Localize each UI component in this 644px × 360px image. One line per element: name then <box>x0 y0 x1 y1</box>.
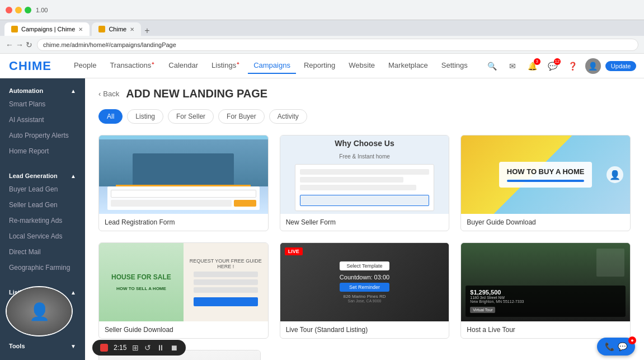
nav-people[interactable]: People <box>68 58 102 74</box>
seller-guide-how: HOW TO SELL A HOME <box>116 286 166 291</box>
sidebar-section-tools-header[interactable]: Tools ▼ <box>0 338 85 352</box>
new-tab-button[interactable]: + <box>144 26 149 36</box>
sidebar-item-auto-property[interactable]: Auto Property Alerts <box>0 128 85 143</box>
nav-campaigns[interactable]: Campaigns <box>248 58 296 74</box>
nav-icons: 🔍 ✉ 🔔3 💬12 ❓ 👤 Update <box>485 58 636 74</box>
sidebar-section-automation-header[interactable]: Automation ▲ <box>0 83 85 96</box>
sidebar-item-remarketing[interactable]: Re-marketing Ads <box>0 213 85 228</box>
page-title: ADD NEW LANDING PAGE <box>126 87 267 100</box>
sidebar-item-direct-mail[interactable]: Direct Mail <box>0 244 85 260</box>
close-dot[interactable] <box>6 7 12 13</box>
window-controls <box>6 7 31 13</box>
search-icon-btn[interactable]: 🔍 <box>485 58 500 74</box>
template-label-lead-reg: Lead Registration Form <box>99 214 268 231</box>
tab-campaigns[interactable]: Campaigns | Chime ✕ <box>4 22 90 36</box>
buyer-guide-title: HOW TO BUY A HOME <box>507 167 585 177</box>
pause-icon[interactable]: ⏸ <box>157 343 164 352</box>
messages-icon-btn[interactable]: ✉ <box>505 58 520 74</box>
live-badge: LIVE <box>285 247 303 255</box>
nav-website[interactable]: Website <box>343 58 380 74</box>
nav-listings[interactable]: Listings✦ <box>206 58 246 74</box>
notifications-badge: 3 <box>534 58 540 65</box>
sidebar-item-ai-assistant[interactable]: AI Assistant <box>0 112 85 128</box>
template-grid: Lead Registration Form Why Choose Us Fre… <box>98 135 631 339</box>
template-thumb-seller-guide: HOUSE FOR SALE HOW TO SELL A HOME REQUES… <box>99 243 268 321</box>
grid-icon[interactable]: ⊞ <box>132 343 139 352</box>
rewind-icon[interactable]: ↺ <box>144 343 151 352</box>
maximize-dot[interactable] <box>25 7 31 13</box>
app-container: Automation ▲ Smart Plans AI Assistant Au… <box>0 78 644 360</box>
chevron-up-icon: ▲ <box>70 88 76 94</box>
filter-activity[interactable]: Activity <box>269 109 307 124</box>
forward-nav-button[interactable]: → <box>16 40 23 49</box>
url-bar[interactable]: chime.me/admin/home#/campaigns/landingPa… <box>37 39 638 51</box>
sidebar-item-geo-farming[interactable]: Geographic Farming <box>0 260 85 275</box>
sidebar-item-buyer-lead-gen[interactable]: Buyer Lead Gen <box>0 181 85 197</box>
sidebar-section-tools: Tools ▼ <box>0 334 85 356</box>
template-card-host-live[interactable]: $1,295,500 1180 3rd Street NW New Bright… <box>460 242 631 339</box>
select-template-btn[interactable]: Select Template <box>340 261 389 270</box>
back-button[interactable]: ‹ Back <box>98 90 119 98</box>
sidebar-item-seller-lead-gen[interactable]: Seller Lead Gen <box>0 197 85 213</box>
bell-icon-btn[interactable]: 🔔3 <box>525 58 540 74</box>
reload-button[interactable]: ↻ <box>26 40 32 49</box>
host-city: New Brighton, MN 55112-7333 <box>470 300 621 303</box>
nav-transactions[interactable]: Transactions✦ <box>104 58 161 74</box>
template-thumb-lead-reg <box>99 135 268 214</box>
nav-marketplace[interactable]: Marketplace <box>383 58 434 74</box>
browser-chrome: 1.00 Campaigns | Chime ✕ Chime ✕ + ← → ↻… <box>0 0 644 54</box>
template-thumb-host-live: $1,295,500 1180 3rd Street NW New Bright… <box>461 243 630 321</box>
tab-close-icon-2[interactable]: ✕ <box>130 26 134 32</box>
filter-for-buyer[interactable]: For Buyer <box>218 109 265 124</box>
template-thumb-live-tour: LIVE Select Template Countdown: 03:00 Se… <box>280 243 449 321</box>
browser-toolbar: 1.00 <box>0 0 644 20</box>
nav-calendar[interactable]: Calendar <box>163 58 204 74</box>
minimize-dot[interactable] <box>15 7 22 13</box>
recording-toolbar: 2:15 ⊞ ↺ ⏸ ⏹ <box>92 340 186 356</box>
main-content: ‹ Back ADD NEW LANDING PAGE All Listing … <box>85 78 644 360</box>
template-card-new-seller[interactable]: Why Choose Us Free & Instant home New Se… <box>280 135 450 231</box>
update-button[interactable]: Update <box>605 61 636 71</box>
user-avatar[interactable]: 👤 <box>585 58 601 74</box>
chat-call-button[interactable]: 📞 💬 ● <box>597 338 635 356</box>
chat-notification-badge: ● <box>628 336 636 344</box>
template-card-seller-guide[interactable]: HOUSE FOR SALE HOW TO SELL A HOME REQUES… <box>98 242 269 339</box>
sidebar-item-smart-plans[interactable]: Smart Plans <box>0 96 85 112</box>
chat-badge: 12 <box>554 58 561 65</box>
seller-form-subtitle: Free & Instant home <box>339 153 390 160</box>
template-card-buyer-guide[interactable]: HOW TO BUY A HOME 👤 Buyer Guide Download <box>460 135 631 231</box>
sidebar-item-local-service[interactable]: Local Service Ads <box>0 228 85 244</box>
back-nav-button[interactable]: ← <box>6 40 13 49</box>
template-label-live-tour: Live Tour (Standard Listing) <box>280 321 449 338</box>
tab-favicon <box>11 26 18 32</box>
chevron-up-icon-2: ▲ <box>70 173 76 179</box>
nav-settings[interactable]: Settings <box>436 58 473 74</box>
stop-icon[interactable]: ⏹ <box>170 343 178 352</box>
template-card-live-tour[interactable]: LIVE Select Template Countdown: 03:00 Se… <box>280 242 450 339</box>
chat-icon-btn[interactable]: 💬12 <box>545 58 561 74</box>
sidebar-section-lead-gen-header[interactable]: Lead Generation ▲ <box>0 168 85 181</box>
template-label-host-live: Host a Live Tour <box>461 321 630 338</box>
app-logo[interactable]: CHIME <box>9 59 51 73</box>
live-address: 826 Marino Pines RD <box>340 294 389 299</box>
sidebar-item-home-report[interactable]: Home Report <box>0 143 85 159</box>
top-nav: CHIME People Transactions✦ Calendar List… <box>0 54 644 78</box>
reminder-btn[interactable]: Set Reminder <box>340 283 389 292</box>
nav-reporting[interactable]: Reporting <box>298 58 341 74</box>
template-card-lead-reg[interactable]: Lead Registration Form <box>98 135 269 231</box>
template-label-buyer-guide: Buyer Guide Download <box>461 214 630 231</box>
tab-label: Campaigns | Chime <box>21 26 75 32</box>
template-label-new-seller: New Seller Form <box>280 214 449 231</box>
template-thumb-buyer-guide: HOW TO BUY A HOME 👤 <box>461 135 630 214</box>
sidebar-section-automation: Automation ▲ Smart Plans AI Assistant Au… <box>0 78 85 163</box>
help-icon-btn[interactable]: ❓ <box>565 58 581 74</box>
tab-close-icon[interactable]: ✕ <box>78 26 83 32</box>
zoom-level: 1.00 <box>36 7 48 13</box>
filter-listing[interactable]: Listing <box>127 109 163 124</box>
message-icon: 💬 <box>618 342 627 351</box>
tab-chime[interactable]: Chime ✕ <box>92 22 141 36</box>
countdown-text: Countdown: 03:00 <box>340 274 389 280</box>
filter-all[interactable]: All <box>98 109 123 124</box>
filter-for-seller[interactable]: For Seller <box>168 109 214 124</box>
virtual-tour-btn[interactable]: Virtual Tour <box>470 307 495 313</box>
